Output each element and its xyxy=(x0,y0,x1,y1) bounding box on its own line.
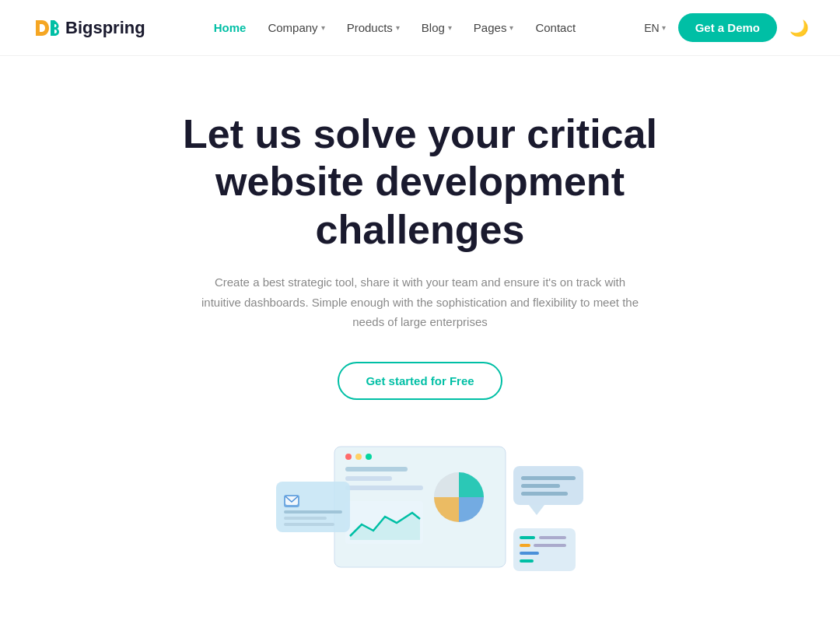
svg-rect-5 xyxy=(345,467,408,471)
hero-illustration: S H L xyxy=(0,439,840,631)
logo[interactable]: Bigspring xyxy=(31,14,145,42)
svg-rect-20 xyxy=(521,484,560,488)
get-demo-button[interactable]: Get a Demo xyxy=(678,13,777,42)
hero-title: Let us solve your critical website devel… xyxy=(117,110,723,254)
svg-rect-16 xyxy=(284,523,334,526)
svg-point-4 xyxy=(366,454,372,460)
nav-products[interactable]: Products ▾ xyxy=(347,21,400,34)
logo-icon xyxy=(31,14,59,42)
logo-text: Bigspring xyxy=(65,18,145,38)
chevron-down-icon: ▾ xyxy=(396,23,400,32)
svg-rect-23 xyxy=(520,536,535,539)
nav-contact[interactable]: Contact xyxy=(535,21,576,34)
cta-button[interactable]: Get started for Free xyxy=(338,362,502,400)
svg-rect-25 xyxy=(520,544,530,547)
language-selector[interactable]: EN ▾ xyxy=(644,22,665,34)
chevron-down-icon: ▾ xyxy=(321,23,325,32)
svg-point-3 xyxy=(355,454,362,460)
nav-home[interactable]: Home xyxy=(214,21,247,34)
svg-rect-28 xyxy=(520,559,534,563)
svg-rect-14 xyxy=(284,510,342,514)
nav-company[interactable]: Company ▾ xyxy=(268,21,324,34)
chevron-down-icon: ▾ xyxy=(448,23,452,32)
svg-rect-22 xyxy=(513,528,576,571)
svg-rect-7 xyxy=(345,486,423,490)
chevron-down-icon: ▾ xyxy=(509,23,513,32)
svg-point-2 xyxy=(345,454,352,460)
svg-rect-27 xyxy=(520,552,539,555)
dark-mode-toggle[interactable]: 🌙 xyxy=(789,19,809,37)
hero-subtitle: Create a best strategic tool, share it w… xyxy=(194,272,646,332)
navbar: Bigspring Home Company ▾ Products ▾ Blog… xyxy=(0,0,840,56)
chevron-down-icon: ▾ xyxy=(662,23,666,32)
hero-section: Let us solve your critical website devel… xyxy=(0,56,840,400)
svg-marker-18 xyxy=(529,505,544,515)
nav-links: Home Company ▾ Products ▾ Blog ▾ Pages ▾… xyxy=(214,21,576,34)
svg-rect-21 xyxy=(521,492,568,496)
svg-rect-24 xyxy=(539,536,566,539)
svg-rect-26 xyxy=(534,544,566,547)
nav-pages[interactable]: Pages ▾ xyxy=(474,21,514,34)
svg-rect-6 xyxy=(345,476,392,481)
hero-illustration-svg: S H L xyxy=(148,439,692,631)
nav-right: EN ▾ Get a Demo 🌙 xyxy=(644,13,809,42)
svg-rect-15 xyxy=(284,517,327,520)
nav-blog[interactable]: Blog ▾ xyxy=(422,21,452,34)
svg-rect-19 xyxy=(521,476,576,480)
